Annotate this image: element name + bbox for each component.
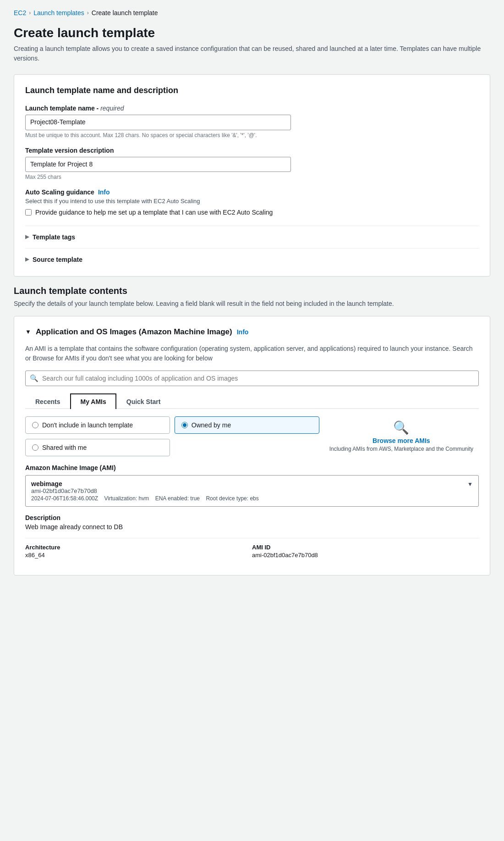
ami-date: 2024-07-06T16:58:46.000Z	[31, 495, 98, 502]
browse-ami-box: 🔍 Browse more AMIs Including AMIs from A…	[324, 416, 479, 457]
ami-search-container: 🔍	[25, 371, 479, 386]
breadcrumb-sep-2: ›	[87, 10, 89, 16]
ami-radio-grid: Don't include in launch template Owned b…	[25, 416, 479, 457]
radio-dont-include-label[interactable]: Don't include in launch template	[42, 421, 133, 429]
guidance-sub: Select this if you intend to use this te…	[25, 198, 479, 205]
ami-section-triangle-icon: ▼	[25, 328, 31, 335]
template-tags-arrow-icon: ▶	[25, 234, 29, 240]
page-title: Create launch template	[14, 26, 490, 40]
ami-dropdown-arrow-icon: ▼	[467, 481, 473, 487]
template-name-input[interactable]	[25, 115, 291, 130]
radio-shared-with-me-input[interactable]	[32, 444, 38, 451]
radio-owned-by-me[interactable]: Owned by me	[175, 416, 319, 434]
template-name-group: Launch template name - required Must be …	[25, 105, 479, 138]
template-name-label: Launch template name - required	[25, 105, 479, 112]
radio-owned-by-me-input[interactable]	[181, 422, 188, 428]
ami-tabs: Recents My AMIs Quick Start	[25, 393, 479, 409]
breadcrumb-ec2[interactable]: EC2	[14, 9, 26, 17]
ami-field-label: Amazon Machine Image (AMI)	[25, 464, 479, 471]
version-description-hint: Max 255 chars	[25, 174, 479, 180]
ami-section-title-text: Application and OS Images (Amazon Machin…	[36, 327, 232, 337]
ami-dropdown-content: webimage ami-02bf1d0ac7e7b70d8 2024-07-0…	[31, 480, 464, 502]
ami-id-item: AMI ID ami-02bf1d0ac7e7b70d8	[252, 544, 479, 559]
architecture-item: Architecture x86_64	[25, 544, 252, 559]
ami-search-input[interactable]	[25, 371, 479, 386]
source-template-arrow-icon: ▶	[25, 256, 29, 262]
radio-owned-by-me-label[interactable]: Owned by me	[192, 421, 231, 429]
breadcrumb: EC2 › Launch templates › Create launch t…	[14, 9, 490, 17]
guidance-header: Auto Scaling guidance Info	[25, 188, 479, 196]
ami-description: An AMI is a template that contains the s…	[25, 344, 479, 363]
browse-ami-link[interactable]: Browse more AMIs	[373, 437, 430, 444]
guidance-info-link[interactable]: Info	[98, 188, 110, 196]
name-description-card: Launch template name and description Lau…	[14, 74, 490, 277]
ami-dropdown[interactable]: webimage ami-02bf1d0ac7e7b70d8 2024-07-0…	[25, 475, 479, 507]
source-template-header[interactable]: ▶ Source template	[25, 254, 479, 265]
source-template-collapsible: ▶ Source template	[25, 248, 479, 265]
template-tags-label: Template tags	[33, 233, 75, 241]
breadcrumb-launch-templates[interactable]: Launch templates	[33, 9, 84, 17]
source-template-label: Source template	[33, 256, 82, 263]
template-tags-collapsible: ▶ Template tags	[25, 226, 479, 243]
contents-section-title: Launch template contents	[14, 286, 490, 296]
template-name-hint: Must be unique to this account. Max 128 …	[25, 132, 479, 138]
guidance-checkbox[interactable]	[25, 209, 32, 216]
ami-dropdown-name: webimage	[31, 480, 464, 487]
ami-description-label: Description	[25, 514, 479, 521]
auto-scaling-guidance-group: Auto Scaling guidance Info Select this i…	[25, 188, 479, 217]
ami-description-value: Web Image already connect to DB	[25, 523, 479, 531]
version-description-group: Template version description Max 255 cha…	[25, 147, 479, 181]
ami-ena: ENA enabled: true	[155, 495, 200, 502]
breadcrumb-sep-1: ›	[29, 10, 31, 16]
browse-ami-sub: Including AMIs from AWS, Marketplace and…	[329, 445, 473, 453]
ami-detail-grid: Architecture x86_64 AMI ID ami-02bf1d0ac…	[25, 538, 479, 564]
radio-dont-include[interactable]: Don't include in launch template	[25, 416, 170, 434]
guidance-checkbox-row: Provide guidance to help me set up a tem…	[25, 208, 479, 217]
breadcrumb-current: Create launch template	[92, 9, 158, 17]
version-description-label: Template version description	[25, 147, 479, 154]
ami-card: ▼ Application and OS Images (Amazon Mach…	[14, 316, 490, 575]
ami-dropdown-meta: 2024-07-06T16:58:46.000Z Virtualization:…	[31, 495, 464, 502]
tab-recents[interactable]: Recents	[25, 393, 70, 409]
template-tags-header[interactable]: ▶ Template tags	[25, 232, 479, 243]
ami-search-icon: 🔍	[30, 374, 38, 382]
contents-section-description: Specify the details of your launch templ…	[14, 299, 490, 309]
tab-my-amis[interactable]: My AMIs	[70, 393, 116, 409]
ami-dropdown-id: ami-02bf1d0ac7e7b70d8	[31, 487, 464, 494]
radio-shared-with-me[interactable]: Shared with me	[25, 439, 170, 456]
architecture-value: x86_64	[25, 552, 252, 559]
guidance-checkbox-label[interactable]: Provide guidance to help me set up a tem…	[35, 208, 273, 217]
browse-ami-search-icon: 🔍	[393, 420, 409, 435]
architecture-label: Architecture	[25, 544, 252, 551]
ami-id-value: ami-02bf1d0ac7e7b70d8	[252, 552, 479, 559]
ami-root-device: Root device type: ebs	[206, 495, 258, 502]
card-title-name: Launch template name and description	[25, 86, 479, 95]
version-description-input[interactable]	[25, 157, 291, 172]
guidance-title: Auto Scaling guidance	[25, 188, 94, 196]
tab-quick-start[interactable]: Quick Start	[116, 393, 171, 409]
ami-section-title: ▼ Application and OS Images (Amazon Mach…	[25, 327, 479, 337]
radio-shared-with-me-label[interactable]: Shared with me	[42, 444, 87, 451]
ami-info-link[interactable]: Info	[237, 328, 249, 336]
radio-dont-include-input[interactable]	[32, 422, 38, 428]
ami-virtualization: Virtualization: hvm	[104, 495, 149, 502]
page-description: Creating a launch template allows you to…	[14, 44, 490, 63]
ami-id-label: AMI ID	[252, 544, 479, 551]
